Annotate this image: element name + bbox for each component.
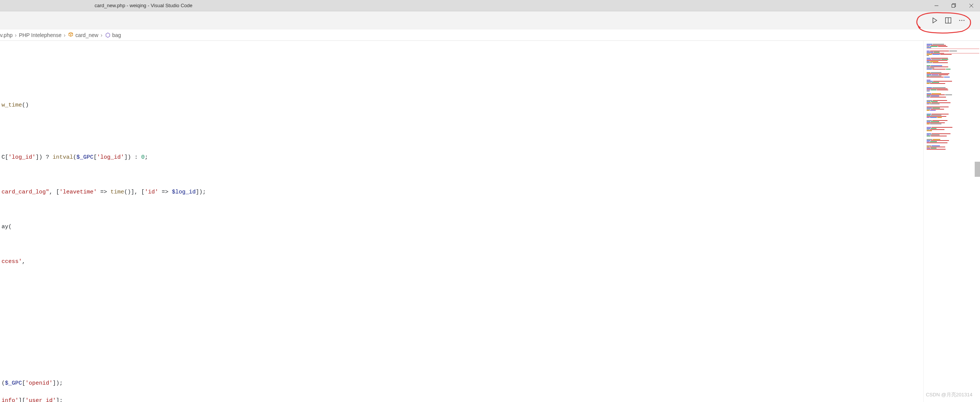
scrollbar-thumb[interactable]: [975, 162, 980, 177]
close-button[interactable]: [963, 0, 980, 11]
symbol-method-icon: [105, 32, 111, 38]
editor-container: w_time() C['log_id']) ? intval($_GPC['lo…: [0, 41, 980, 402]
split-editor-button[interactable]: [942, 14, 955, 27]
chevron-right-icon: ›: [64, 32, 66, 38]
window-title: card_new.php - weiqing - Visual Studio C…: [95, 3, 192, 8]
more-actions-button[interactable]: [955, 14, 969, 27]
chevron-right-icon: ›: [15, 32, 17, 38]
split-icon: [945, 17, 951, 24]
titlebar: card_new.php - weiqing - Visual Studio C…: [0, 0, 980, 11]
breadcrumb-item-class[interactable]: card_new: [68, 32, 99, 38]
breadcrumb-item-file[interactable]: v.php: [0, 32, 13, 38]
ellipsis-icon: [958, 17, 965, 24]
breadcrumb-label: v.php: [0, 32, 13, 38]
code-editor[interactable]: w_time() C['log_id']) ? intval($_GPC['lo…: [0, 41, 923, 402]
minimap-content: [927, 41, 979, 150]
svg-point-10: [963, 20, 964, 21]
minimize-icon: [934, 3, 939, 8]
breadcrumb[interactable]: v.php › PHP Intelephense › card_new › ba…: [0, 30, 980, 41]
watermark: CSDN @月亮201314: [926, 391, 972, 398]
breadcrumb-label: bag: [112, 32, 121, 38]
run-button[interactable]: [928, 14, 942, 27]
svg-marker-5: [933, 18, 937, 23]
maximize-icon: [951, 3, 956, 8]
breadcrumb-item-intelephense[interactable]: PHP Intelephense: [19, 32, 62, 38]
vertical-scrollbar[interactable]: [975, 41, 980, 402]
svg-point-8: [959, 20, 960, 21]
chevron-right-icon: ›: [101, 32, 103, 38]
minimize-button[interactable]: [928, 0, 945, 11]
close-icon: [969, 3, 974, 8]
breadcrumb-item-method[interactable]: bag: [105, 32, 121, 38]
svg-point-9: [961, 20, 962, 21]
maximize-button[interactable]: [945, 0, 963, 11]
minimap[interactable]: [923, 41, 980, 402]
editor-toolbar: [0, 11, 980, 30]
breadcrumb-label: PHP Intelephense: [19, 32, 62, 38]
symbol-class-icon: [68, 32, 74, 38]
breadcrumb-label: card_new: [75, 32, 99, 38]
play-icon: [931, 17, 938, 24]
window-controls: [928, 0, 980, 11]
svg-rect-2: [952, 4, 955, 7]
